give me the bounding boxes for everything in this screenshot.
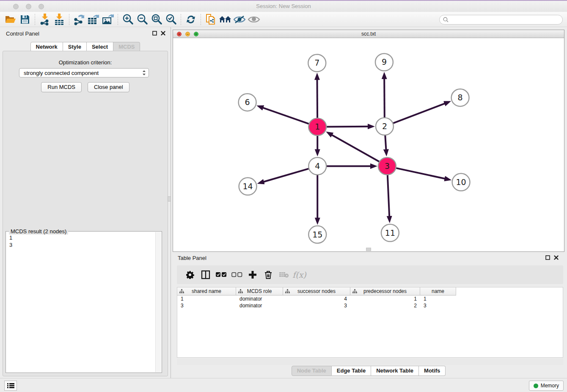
table-cell: dominator [236,302,283,309]
zoom-selected-icon[interactable] [164,13,178,26]
column-header-shared-name[interactable]: shared name [177,287,236,295]
open-session-icon[interactable] [3,13,18,26]
table-row[interactable]: 1dominator411 [177,295,456,302]
window-title: Session: New Session [0,3,567,9]
close-table-panel-icon[interactable] [554,255,559,260]
svg-text:2: 2 [382,121,387,131]
mcds-result-text[interactable]: 1 3 [6,232,155,372]
network-window-titlebar[interactable]: × − + scc.txt [173,30,564,38]
show-hide-panels-button[interactable] [4,381,17,391]
run-mcds-button[interactable]: Run MCDS [41,82,82,92]
graph-node-1[interactable]: 1 [308,118,326,135]
graph-node-3[interactable]: 3 [378,157,396,175]
edge-1-6[interactable] [262,108,311,124]
tab-edge-table[interactable]: Edge Table [332,366,371,376]
float-panel-icon[interactable] [152,31,157,36]
toolbar-separator [201,14,201,25]
node-table: shared nameMCDS rolesuccessor nodesprede… [177,287,563,358]
edge-3-1[interactable] [331,135,382,163]
status-bar: Memory [0,378,567,392]
table-cell: 2 [350,302,420,309]
graph-node-8[interactable]: 8 [451,89,469,106]
cytoscape-app-window: { "window": { "title": "Session: New Ses… [0,0,567,392]
edge-1-7[interactable] [317,79,317,121]
close-panel-button[interactable]: Close panel [88,82,129,92]
network-overview-icon[interactable] [218,13,232,26]
svg-text:3: 3 [385,161,390,171]
gear-icon[interactable] [182,267,198,282]
search-box [439,15,563,25]
splitter-grip-icon[interactable] [168,196,171,202]
import-network-icon[interactable] [38,13,52,26]
graph-node-9[interactable]: 9 [375,53,393,71]
tab-motifs[interactable]: Motifs [419,366,446,376]
duplicate-network-icon[interactable] [204,13,218,26]
save-session-icon[interactable] [18,13,32,26]
criterion-dropdown[interactable]: strongly connected component [19,68,149,77]
column-selector-icon[interactable] [198,267,213,282]
optimization-criterion-label: Optimization criterion: [3,59,168,66]
graph-node-7[interactable]: 7 [308,54,326,72]
app-title-bar: Session: New Session [0,1,567,12]
column-header-MCDS-role[interactable]: MCDS role [236,287,283,295]
table-cell: 1 [420,295,456,302]
svg-text:11: 11 [385,228,395,237]
column-header-name[interactable]: name [420,287,456,295]
export-image-icon[interactable] [101,13,115,26]
zoom-out-icon[interactable] [135,13,149,26]
table-row[interactable]: 3dominator323 [177,302,456,309]
edge-2-9[interactable] [384,78,385,120]
edge-3-10[interactable] [394,168,446,179]
table-panel-title: Table Panel [178,255,206,261]
select-all-icon[interactable] [213,267,229,282]
column-header-predecessor-nodes[interactable]: predecessor nodes [350,287,420,295]
export-table-icon[interactable] [86,13,101,26]
tab-network-table[interactable]: Network Table [371,366,419,376]
export-network-icon[interactable] [72,13,86,26]
graph-node-4[interactable]: 4 [308,157,326,175]
show-details-icon[interactable] [247,13,261,26]
delete-column-icon[interactable] [260,267,276,282]
svg-text:7: 7 [314,58,319,67]
refresh-layout-icon[interactable] [184,13,198,26]
edge-3-11[interactable] [388,172,390,217]
add-column-icon[interactable] [245,267,260,282]
fx-label: f(x) [292,270,306,279]
import-table-icon[interactable] [52,13,66,26]
close-panel-icon[interactable] [161,31,165,36]
table-cell: 1 [350,295,420,302]
result-scrollbar[interactable] [155,232,161,372]
network-window-title: scc.txt [173,31,564,37]
graph-node-10[interactable]: 10 [452,174,470,191]
toolbar-separator [181,14,181,25]
control-panel-title: Control Panel [6,30,39,37]
search-icon [443,17,449,22]
column-header-successor-nodes[interactable]: successor nodes [283,287,350,295]
zoom-in-icon[interactable] [121,13,135,26]
graph-node-6[interactable]: 6 [239,94,256,111]
edge-4-14[interactable] [263,168,311,182]
table-header-row: shared nameMCDS rolesuccessor nodesprede… [177,287,456,295]
memory-button[interactable]: Memory [529,381,564,391]
graph-node-15[interactable]: 15 [308,226,326,243]
function-builder-icon: f(x) [292,267,307,282]
search-input[interactable] [451,17,562,23]
graph-node-14[interactable]: 14 [239,178,257,195]
list-icon [7,383,14,389]
edge-2-8[interactable] [391,103,445,124]
graph-node-11[interactable]: 11 [381,224,399,242]
network-canvas[interactable]: 1234678910111415 [173,38,564,251]
criterion-value: strongly connected component [24,70,142,76]
float-table-panel-icon[interactable] [545,255,550,260]
hide-details-icon[interactable] [232,13,247,26]
toolbar-separator [69,14,69,25]
table-cell: 3 [177,302,236,309]
edge-1-2[interactable] [324,127,369,127]
zoom-fit-icon[interactable] [149,13,164,26]
table-scrollbar-track[interactable] [177,359,563,365]
tab-node-table[interactable]: Node Table [292,366,332,376]
window-resize-grip[interactable] [366,248,371,251]
svg-text:9: 9 [382,57,387,66]
deselect-all-icon[interactable] [229,267,245,282]
graph-node-2[interactable]: 2 [376,118,394,135]
